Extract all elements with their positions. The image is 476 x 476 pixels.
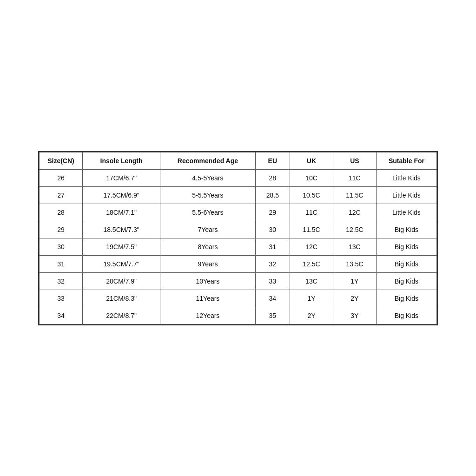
cell-suitable-3: Big Kids: [376, 221, 436, 238]
cell-uk-6: 13C: [290, 272, 333, 290]
cell-insole-7: 21CM/8.3": [82, 290, 160, 307]
cell-size-8: 34: [40, 307, 83, 324]
header-suitable: Sutable For: [376, 152, 436, 169]
cell-uk-2: 11C: [290, 204, 333, 221]
table-header-row: Size(CN) Insole Length Recommended Age E…: [40, 152, 437, 169]
cell-insole-6: 20CM/7.9": [82, 272, 160, 290]
cell-us-6: 1Y: [333, 272, 376, 290]
cell-uk-8: 2Y: [290, 307, 333, 324]
size-chart-table: Size(CN) Insole Length Recommended Age E…: [39, 152, 437, 324]
cell-age-2: 5.5-6Years: [160, 204, 255, 221]
header-age: Recommended Age: [160, 152, 255, 169]
table-row: 3019CM/7.5"8Years3112C13CBig Kids: [40, 238, 437, 255]
cell-suitable-2: Little Kids: [376, 204, 436, 221]
header-size: Size(CN): [40, 152, 83, 169]
cell-us-3: 12.5C: [333, 221, 376, 238]
cell-eu-8: 35: [255, 307, 290, 324]
cell-eu-7: 34: [255, 290, 290, 307]
cell-eu-5: 32: [255, 255, 290, 272]
cell-suitable-7: Big Kids: [376, 290, 436, 307]
table-row: 2918.5CM/7.3"7Years3011.5C12.5CBig Kids: [40, 221, 437, 238]
table-row: 3220CM/7.9"10Years3313C1YBig Kids: [40, 272, 437, 290]
cell-suitable-6: Big Kids: [376, 272, 436, 290]
cell-suitable-8: Big Kids: [376, 307, 436, 324]
cell-uk-0: 10C: [290, 169, 333, 186]
cell-suitable-0: Little Kids: [376, 169, 436, 186]
table-row: 2818CM/7.1"5.5-6Years2911C12CLittle Kids: [40, 204, 437, 221]
size-chart-container: Size(CN) Insole Length Recommended Age E…: [38, 151, 438, 325]
cell-age-6: 10Years: [160, 272, 255, 290]
cell-eu-6: 33: [255, 272, 290, 290]
cell-size-5: 31: [40, 255, 83, 272]
cell-eu-2: 29: [255, 204, 290, 221]
cell-us-8: 3Y: [333, 307, 376, 324]
cell-insole-8: 22CM/8.7": [82, 307, 160, 324]
cell-size-1: 27: [40, 186, 83, 204]
cell-insole-0: 17CM/6.7": [82, 169, 160, 186]
cell-insole-2: 18CM/7.1": [82, 204, 160, 221]
cell-age-5: 9Years: [160, 255, 255, 272]
cell-eu-1: 28.5: [255, 186, 290, 204]
cell-insole-5: 19.5CM/7.7": [82, 255, 160, 272]
cell-age-8: 12Years: [160, 307, 255, 324]
cell-insole-4: 19CM/7.5": [82, 238, 160, 255]
header-uk: UK: [290, 152, 333, 169]
cell-us-2: 12C: [333, 204, 376, 221]
header-insole: Insole Length: [82, 152, 160, 169]
cell-us-5: 13.5C: [333, 255, 376, 272]
cell-insole-1: 17.5CM/6.9": [82, 186, 160, 204]
cell-uk-4: 12C: [290, 238, 333, 255]
table-row: 2717.5CM/6.9"5-5.5Years28.510.5C11.5CLit…: [40, 186, 437, 204]
cell-size-6: 32: [40, 272, 83, 290]
cell-us-0: 11C: [333, 169, 376, 186]
cell-uk-5: 12.5C: [290, 255, 333, 272]
cell-suitable-4: Big Kids: [376, 238, 436, 255]
cell-size-7: 33: [40, 290, 83, 307]
cell-age-7: 11Years: [160, 290, 255, 307]
table-row: 2617CM/6.7"4.5-5Years2810C11CLittle Kids: [40, 169, 437, 186]
cell-size-0: 26: [40, 169, 83, 186]
cell-eu-4: 31: [255, 238, 290, 255]
cell-eu-0: 28: [255, 169, 290, 186]
cell-us-7: 2Y: [333, 290, 376, 307]
cell-age-0: 4.5-5Years: [160, 169, 255, 186]
cell-insole-3: 18.5CM/7.3": [82, 221, 160, 238]
header-eu: EU: [255, 152, 290, 169]
cell-size-4: 30: [40, 238, 83, 255]
cell-age-1: 5-5.5Years: [160, 186, 255, 204]
table-row: 3321CM/8.3"11Years341Y2YBig Kids: [40, 290, 437, 307]
cell-uk-7: 1Y: [290, 290, 333, 307]
cell-uk-3: 11.5C: [290, 221, 333, 238]
cell-us-1: 11.5C: [333, 186, 376, 204]
cell-age-4: 8Years: [160, 238, 255, 255]
cell-us-4: 13C: [333, 238, 376, 255]
cell-size-3: 29: [40, 221, 83, 238]
cell-suitable-1: Little Kids: [376, 186, 436, 204]
cell-uk-1: 10.5C: [290, 186, 333, 204]
header-us: US: [333, 152, 376, 169]
table-row: 3422CM/8.7"12Years352Y3YBig Kids: [40, 307, 437, 324]
cell-eu-3: 30: [255, 221, 290, 238]
table-row: 3119.5CM/7.7"9Years3212.5C13.5CBig Kids: [40, 255, 437, 272]
cell-size-2: 28: [40, 204, 83, 221]
cell-age-3: 7Years: [160, 221, 255, 238]
cell-suitable-5: Big Kids: [376, 255, 436, 272]
